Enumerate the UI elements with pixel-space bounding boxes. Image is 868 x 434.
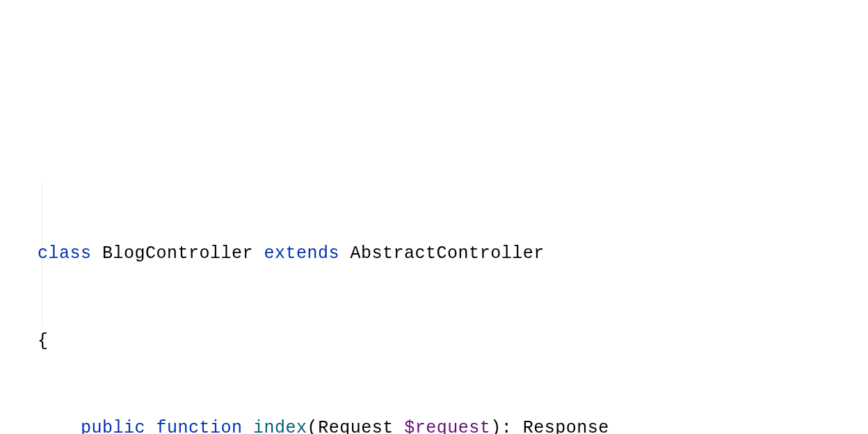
code-line[interactable]: { [0,327,868,356]
param-variable: $request [404,418,490,434]
paren-open: ( [307,418,319,434]
brace-open: { [38,331,49,351]
indent [38,418,81,434]
space [243,418,254,434]
colon: : [501,418,523,434]
param-type: Request [318,418,404,434]
return-type: Response [523,418,609,434]
keyword-function: function [156,418,243,434]
space [145,418,156,434]
function-name: index [253,418,307,434]
parent-class-name: AbstractController [339,243,545,264]
code-editor[interactable]: class BlogController extends AbstractCon… [0,116,868,434]
keyword-extends: extends [264,243,340,264]
paren-close: ) [490,418,501,434]
code-line[interactable]: public function index(Request $request):… [0,414,868,434]
keyword-class: class [38,243,92,264]
class-name: BlogController [92,243,264,264]
code-line[interactable]: class BlogController extends AbstractCon… [0,239,868,268]
keyword-public: public [81,418,145,434]
